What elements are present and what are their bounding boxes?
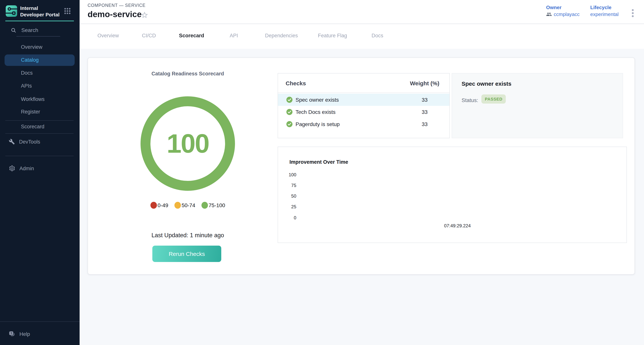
sidebar-item-help[interactable]: ? Help [0,328,80,340]
legend-label: 75-100 [208,202,225,208]
check-weight: 33 [403,118,446,130]
sidebar-item-label: Catalog [21,54,39,66]
search-input[interactable]: Search [11,27,38,33]
help-chat-icon: ? [9,331,15,337]
rerun-checks-button[interactable]: Rerun Checks [152,246,221,262]
sidebar-item-label: Workflows [21,94,44,105]
divider [278,92,450,93]
last-updated-text: Last Updated: 1 minute ago [112,232,264,239]
owner-link[interactable]: ccmplayacc [554,12,580,17]
scorecard-panel: Catalog Readiness Scorecard 100 0-49 50-… [88,58,635,274]
tab-cicd[interactable]: CI/CD [142,24,156,49]
score-legend: 0-49 50-74 75-100 [112,202,264,209]
lifecycle-meta: Lifecycle experimental [590,4,619,17]
group-icon [546,12,552,17]
score-gauge: 100 [140,96,235,191]
tab-feature-flag[interactable]: Feature Flag [318,24,347,49]
brand-title: Internal Developer Portal [20,5,60,18]
search-underline [16,36,60,36]
search-icon [11,27,16,33]
app-window: Internal Developer Portal Search Overvie… [0,0,644,345]
sidebar-item-docs[interactable]: Docs [0,68,80,79]
more-options-icon[interactable] [630,8,635,18]
sidebar-item-label: Scorecard [21,121,44,132]
tab-scorecard[interactable]: Scorecard [179,24,204,49]
legend-dot-yellow [174,202,181,209]
chart-title: Improvement Over Time [290,159,348,165]
legend-item: 50-74 [174,202,195,209]
sidebar-item-label: Overview [21,42,42,53]
legend-dot-red [150,202,157,209]
check-name: Spec owner exists [296,94,339,106]
check-detail-title: Spec owner exists [462,80,512,87]
check-weight: 33 [403,94,446,106]
tab-docs[interactable]: Docs [372,24,383,49]
improvement-chart: Improvement Over Time 100 75 50 25 0 07:… [278,146,627,243]
lifecycle-value: experimental [590,12,619,17]
sidebar-item-register[interactable]: Register [0,106,80,118]
wrench-icon [9,138,15,145]
checks-column-header: Checks [286,80,306,86]
sidebar-item-label: DevTools [19,139,40,144]
weight-column-header: Weight (%) [403,80,446,86]
gear-icon [9,165,15,172]
check-row-tech-docs[interactable]: Tech Docs exists 33 [278,106,450,118]
sidebar-item-label: APIs [21,80,32,92]
divider [5,156,74,156]
tab-overview[interactable]: Overview [98,24,119,49]
check-circle-icon [286,121,292,127]
owner-meta: Owner ccmplayacc [546,4,580,17]
checks-table: Checks Weight (%) Spec owner exists 33 [278,73,450,138]
check-circle-icon [286,109,292,115]
x-tick: 07:49:29.224 [419,223,496,228]
sidebar: Internal Developer Portal Search Overvie… [0,0,80,345]
legend-label: 50-74 [182,202,195,208]
legend-item: 75-100 [201,202,225,209]
tab-dependencies[interactable]: Dependencies [265,24,298,49]
check-name: Tech Docs exists [296,106,336,118]
sidebar-item-admin[interactable]: Admin [0,162,80,174]
sidebar-item-devtools[interactable]: DevTools [0,136,80,147]
content-area: Catalog Readiness Scorecard 100 0-49 50-… [80,49,644,345]
owner-value[interactable]: ccmplayacc [546,12,580,17]
y-tick: 75 [282,183,296,188]
entity-header: COMPONENT — SERVICE demo-service Owner c… [80,0,644,24]
brand-divider [5,20,74,21]
check-weight: 33 [403,106,446,118]
divider [0,322,80,322]
main-area: COMPONENT — SERVICE demo-service Owner c… [80,0,644,345]
legend-dot-green [201,202,208,209]
svg-text:?: ? [10,332,12,335]
y-tick: 25 [282,204,296,210]
portal-logo-icon [6,5,17,17]
check-row-pagerduty[interactable]: Pagerduty is setup 33 [278,118,450,130]
check-name: Pagerduty is setup [296,118,340,130]
search-placeholder: Search [21,27,38,33]
sidebar-item-apis[interactable]: APIs [0,80,80,92]
check-detail-panel: Spec owner exists Status: PASSED [452,73,623,138]
check-row-spec-owner[interactable]: Spec owner exists 33 [278,94,450,106]
scorecard-title: Catalog Readiness Scorecard [112,71,264,76]
divider [5,133,74,134]
sidebar-item-workflows[interactable]: Workflows [0,94,80,105]
legend-item: 0-49 [150,202,168,209]
favorite-star-icon[interactable] [140,11,148,20]
sidebar-item-label: Docs [21,68,33,79]
sidebar-item-scorecard[interactable]: Scorecard [0,121,80,132]
score-value: 100 [166,128,209,159]
check-circle-icon [286,97,292,103]
sidebar-item-label: Help [20,331,30,337]
brand: Internal Developer Portal [6,5,60,18]
sidebar-item-overview[interactable]: Overview [0,42,80,53]
y-tick: 0 [282,215,296,220]
y-tick: 50 [282,194,296,199]
divider [5,120,74,121]
lifecycle-label: Lifecycle [590,4,619,10]
sidebar-item-catalog[interactable]: Catalog [4,54,75,66]
apps-grid-icon[interactable] [64,8,71,14]
tab-api[interactable]: API [230,24,238,49]
owner-label: Owner [546,4,580,10]
tab-bar: Overview CI/CD Scorecard API Dependencie… [80,24,644,49]
status-label: Status: [462,97,478,103]
y-tick: 100 [282,172,296,178]
